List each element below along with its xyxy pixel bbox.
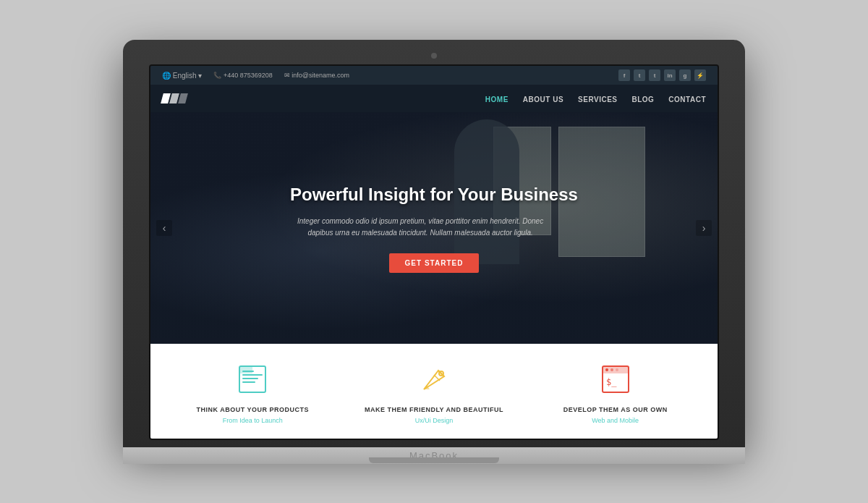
email-info: ✉ info@sitename.com (284, 72, 349, 79)
feature-title-develop: DEVELOP THEM AS OUR OWN (532, 406, 699, 413)
develop-icon: $_ (597, 361, 634, 397)
rss-icon[interactable]: ⚡ (694, 69, 706, 81)
hero-title: Powerful Insight for Your Business (290, 183, 578, 206)
hero-next-button[interactable]: › (696, 220, 712, 236)
twitter-icon[interactable]: t (634, 69, 645, 81)
feature-sub-product: From Idea to Launch (169, 417, 336, 424)
logo-stripe-3 (178, 93, 188, 103)
get-started-button[interactable]: GET STARTED (389, 253, 480, 273)
facebook-icon[interactable]: f (618, 69, 630, 81)
linkedin-icon[interactable]: in (664, 69, 676, 81)
topbar-left: 🌐 English ▾ 📞 +440 875369208 ✉ info@site… (162, 72, 349, 80)
nav-links: HOME ABOUT US SERVICES BLOG CONTACT (485, 92, 706, 105)
google-plus-icon[interactable]: g (679, 69, 691, 81)
nav-item-services[interactable]: SERVICES (578, 92, 617, 105)
hero-subtitle: Integer commodo odio id ipsum pretium, v… (290, 216, 550, 239)
feature-title-design: MAKE THEM FRIENDLY AND BEAUTIFUL (351, 406, 518, 413)
laptop-base: MacBook (123, 447, 745, 463)
laptop-frame: 🌐 English ▾ 📞 +440 875369208 ✉ info@site… (123, 40, 745, 463)
nav-item-contact[interactable]: CONTACT (668, 92, 706, 105)
svg-line-7 (434, 375, 440, 381)
feature-title-product: THINK ABOUT YOUR PRODUCTS (169, 406, 336, 413)
svg-text:$_: $_ (606, 377, 617, 387)
phone-info: 📞 +440 875369208 (213, 72, 272, 79)
svg-rect-2 (242, 374, 263, 376)
design-icon (416, 361, 452, 397)
hero-section: ‹ Powerful Insight for Your Business Int… (150, 112, 718, 344)
tumblr-icon[interactable]: t (649, 69, 660, 81)
product-icon (234, 361, 271, 397)
svg-point-11 (610, 368, 613, 371)
site-logo (162, 93, 187, 103)
svg-point-10 (605, 368, 608, 371)
feature-item-design: MAKE THEM FRIENDLY AND BEAUTIFUL Ux/Ui D… (344, 361, 525, 424)
laptop-brand: MacBook (123, 447, 745, 464)
feature-sub-design: Ux/Ui Design (351, 417, 518, 424)
hero-content: Powerful Insight for Your Business Integ… (276, 183, 592, 273)
laptop-body: 🌐 English ▾ 📞 +440 875369208 ✉ info@site… (123, 40, 745, 447)
svg-rect-3 (242, 378, 258, 379)
language-selector[interactable]: 🌐 English ▾ (162, 72, 202, 80)
nav-item-about[interactable]: ABOUT US (523, 92, 563, 105)
site-navbar: HOME ABOUT US SERVICES BLOG CONTACT (150, 85, 718, 112)
laptop-camera (431, 53, 437, 59)
nav-item-blog[interactable]: BLOG (631, 92, 654, 105)
social-links: f t t in g ⚡ (618, 69, 706, 81)
nav-item-home[interactable]: HOME (485, 92, 509, 105)
feature-item-develop: $_ DEVELOP THEM AS OUR OWN Web and Mobil… (524, 361, 706, 424)
svg-rect-4 (242, 381, 255, 383)
feature-sub-develop: Web and Mobile (532, 417, 699, 424)
feature-item-product: THINK ABOUT YOUR PRODUCTS From Idea to L… (162, 361, 344, 424)
svg-point-12 (616, 368, 618, 371)
features-section: THINK ABOUT YOUR PRODUCTS From Idea to L… (150, 344, 718, 439)
site-topbar: 🌐 English ▾ 📞 +440 875369208 ✉ info@site… (150, 66, 718, 85)
svg-rect-5 (239, 366, 252, 373)
laptop-screen: 🌐 English ▾ 📞 +440 875369208 ✉ info@site… (149, 64, 719, 440)
hero-prev-button[interactable]: ‹ (156, 220, 172, 236)
